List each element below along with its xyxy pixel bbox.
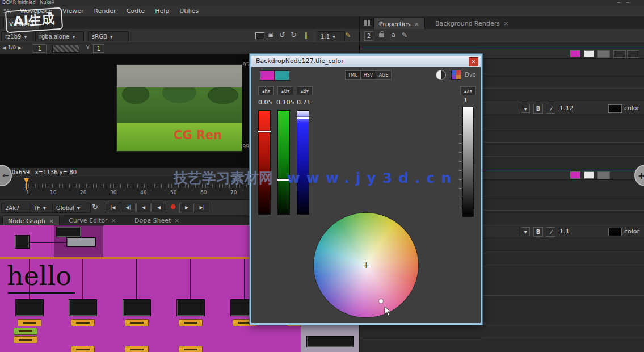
color-swatch[interactable] <box>608 228 622 236</box>
b-value[interactable]: 0.71 <box>297 99 311 106</box>
frame-nav-buttons[interactable]: ◀ 1/0 ▶ <box>2 45 22 51</box>
colorspace-dropdown[interactable]: sRGB ▾ <box>88 31 129 41</box>
mode-tmi-button[interactable]: TMC <box>345 70 361 80</box>
global-dropdown[interactable]: Global ▾ <box>52 203 91 213</box>
graph-node[interactable] <box>15 236 29 248</box>
monitor-icon[interactable] <box>255 32 264 39</box>
graph-node-small[interactable] <box>18 319 41 326</box>
redo-icon[interactable]: ↻ <box>291 31 297 39</box>
b-channel-button[interactable]: ▴B▾ <box>297 86 313 95</box>
step-back-button[interactable]: ◀ <box>136 203 151 212</box>
node-header-button[interactable] <box>597 171 610 179</box>
dialog-close-button[interactable]: ✕ <box>469 57 478 66</box>
pencil-icon[interactable]: ✎ <box>402 31 407 39</box>
graph-node-small[interactable] <box>14 336 37 343</box>
g-value[interactable]: 0.105 <box>276 99 294 106</box>
mode-hsv-button[interactable]: HSV <box>360 70 376 80</box>
graph-node[interactable] <box>57 227 81 237</box>
close-icon[interactable]: × <box>414 20 419 28</box>
loop-icon[interactable]: ↻ <box>92 203 98 211</box>
node-color-swatch[interactable] <box>584 50 594 57</box>
color-sample-icon[interactable] <box>436 70 446 80</box>
r-channel-button[interactable]: ▴R▾ <box>258 86 274 95</box>
graph-node[interactable] <box>307 337 353 347</box>
max-panels-field[interactable]: 2 <box>364 31 373 41</box>
recent-color-swatch[interactable] <box>260 70 275 81</box>
wheel-selection-dot[interactable] <box>379 299 383 303</box>
frame-number-field[interactable]: 1 <box>33 44 47 53</box>
panel-grid-icon[interactable] <box>364 20 370 26</box>
graph-node-small[interactable] <box>125 319 149 326</box>
goto-start-button[interactable]: |◀ <box>106 203 120 212</box>
close-icon[interactable]: × <box>49 217 54 225</box>
channel-dropdown[interactable]: rz1b9 ▾ <box>1 31 36 41</box>
mode-rgb-button[interactable]: AGE <box>376 70 392 80</box>
red-slider[interactable] <box>258 110 271 215</box>
node-header-button[interactable] <box>597 50 610 58</box>
value-field[interactable]: 1.12 <box>559 104 574 112</box>
frame-range-dropdown[interactable]: 2Ak7 <box>1 203 33 213</box>
tab-properties[interactable]: Properties × <box>373 18 425 30</box>
annotate-icon[interactable]: a <box>392 31 395 39</box>
graph-node[interactable] <box>67 238 95 246</box>
dropdown-caret-button[interactable]: ▾ <box>521 104 530 113</box>
tab-dope-sheet[interactable]: Dope Sheet × <box>129 216 184 225</box>
prev-key-button[interactable]: ◀| <box>121 203 136 212</box>
palette-grid-icon[interactable] <box>451 70 461 80</box>
tab-curve-editor[interactable]: Curve Editor × <box>64 216 121 225</box>
close-icon[interactable]: × <box>111 217 116 224</box>
graph-node[interactable] <box>69 300 96 316</box>
graph-node-small[interactable] <box>179 319 203 326</box>
graph-node[interactable] <box>177 300 204 316</box>
color-picker-dialog[interactable]: BackdropNode127.tlie_color ✕ TMC HSV AGE… <box>250 54 482 325</box>
bold-button[interactable]: B <box>533 227 543 237</box>
close-icon[interactable]: × <box>174 217 179 224</box>
blue-slider[interactable] <box>297 110 309 215</box>
node-color-swatch[interactable] <box>570 50 580 57</box>
dropdown-caret-button[interactable]: ▾ <box>521 227 530 236</box>
play-button[interactable]: ▶ <box>179 203 194 212</box>
menu-icon[interactable]: ≡ <box>268 31 273 39</box>
value-field[interactable]: 1.1 <box>559 228 570 235</box>
tf-dropdown[interactable]: TF ▾ <box>30 203 54 213</box>
maximize-icon[interactable]: – <box>626 0 629 5</box>
menu-code[interactable]: Codte <box>121 6 150 17</box>
y-axis-field[interactable]: 1 <box>93 44 104 53</box>
recent-color-swatch[interactable] <box>275 70 289 81</box>
graph-node[interactable] <box>16 300 43 316</box>
alpha-channel-button[interactable]: ▴∧▾ <box>460 86 476 95</box>
minimize-icon[interactable]: – <box>617 0 620 5</box>
zoom-dropdown[interactable]: 1:1 ▾ <box>317 31 345 41</box>
play-back-button[interactable]: ◀ <box>151 203 166 212</box>
node-color-swatch[interactable] <box>570 171 580 179</box>
graph-node-small[interactable] <box>179 346 203 352</box>
graph-node-small-green[interactable] <box>14 328 37 335</box>
tab-background-renders[interactable]: Background Renders × <box>430 18 513 29</box>
dialog-titlebar[interactable]: BackdropNode127.tlie_color ✕ <box>251 56 481 67</box>
g-channel-button[interactable]: ▴G▾ <box>277 86 293 95</box>
menu-utilities[interactable]: Utilies <box>174 6 204 17</box>
graph-node-small[interactable] <box>71 346 95 352</box>
node-color-swatch[interactable] <box>584 171 594 179</box>
node-header-button[interactable] <box>627 50 639 58</box>
pencil-icon[interactable]: ✎ <box>345 31 351 39</box>
menu-help[interactable]: Help <box>150 6 174 17</box>
graph-node[interactable] <box>123 300 150 316</box>
graph-node-small[interactable] <box>125 346 149 352</box>
bold-button[interactable]: B <box>533 104 543 114</box>
graph-node-small[interactable] <box>71 319 95 326</box>
value-slider[interactable] <box>462 107 474 217</box>
color-swatch[interactable] <box>608 104 622 113</box>
node-header-button[interactable] <box>613 50 626 58</box>
goto-end-button[interactable]: ▶| <box>195 203 209 212</box>
italic-button[interactable]: / <box>546 104 555 114</box>
r-value[interactable]: 0.05 <box>258 99 272 106</box>
blue-slider-handle[interactable] <box>297 117 309 119</box>
undo-icon[interactable]: ↺ <box>279 31 285 39</box>
pause-icon[interactable]: ∥ <box>304 31 308 39</box>
layer-dropdown[interactable]: rgba.alone ▾ <box>35 31 84 41</box>
italic-button[interactable]: / <box>546 227 555 237</box>
record-dot-icon[interactable]: ● <box>170 203 176 210</box>
alpha-value[interactable]: 1 <box>464 97 468 104</box>
timeline-scrub-strip[interactable] <box>52 45 79 53</box>
